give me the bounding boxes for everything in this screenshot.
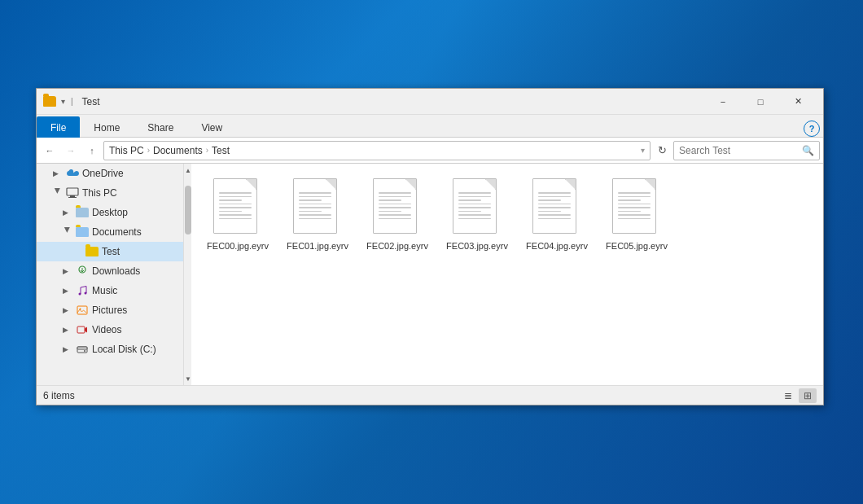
doc-lines: [618, 192, 651, 219]
window-title: Test: [82, 96, 704, 107]
maximize-button[interactable]: □: [742, 89, 779, 115]
doc-page-icon: [213, 178, 257, 234]
file-item[interactable]: FEC00.jpg.eyrv: [201, 173, 274, 256]
help-button[interactable]: ?: [804, 121, 820, 137]
onedrive-expand-arrow: ▶: [53, 169, 63, 177]
path-sep-1: ›: [147, 146, 150, 155]
sidebar-item-this-pc[interactable]: ▶ This PC: [37, 183, 183, 203]
tab-file[interactable]: File: [37, 116, 80, 138]
sidebar-item-desktop[interactable]: ▶ Desktop: [37, 203, 183, 222]
file-item[interactable]: FEC04.jpg.eyrv: [520, 173, 594, 256]
path-dropdown-icon[interactable]: ▾: [641, 146, 645, 155]
back-button[interactable]: ←: [40, 141, 59, 160]
doc-page-icon: [532, 178, 576, 234]
sidebar-item-pictures[interactable]: ▶ Pictures: [37, 300, 183, 320]
music-expand-arrow: ▶: [63, 287, 72, 295]
path-test[interactable]: Test: [212, 145, 230, 156]
file-name: FEC03.jpg.eyrv: [446, 240, 508, 252]
downloads-label: Downloads: [92, 265, 140, 277]
minimize-button[interactable]: −: [704, 89, 742, 115]
sidebar-item-music[interactable]: ▶ Music: [37, 281, 183, 300]
file-area: FEC00.jpg.eyrv FEC01.jpg.eyrv FEC02.jpg.…: [191, 164, 823, 385]
path-documents[interactable]: Documents: [153, 145, 203, 156]
sidebar-item-local-disk[interactable]: ▶ Local Disk (C:): [37, 340, 183, 359]
title-arrow-icon: ▾: [61, 97, 65, 106]
doc-lines: [538, 192, 571, 219]
local-disk-label: Local Disk (C:): [92, 344, 156, 355]
close-button[interactable]: ✕: [779, 89, 817, 115]
search-box[interactable]: 🔍: [673, 141, 820, 160]
doc-lines: [458, 192, 491, 219]
sidebar-item-videos[interactable]: ▶ Videos: [37, 320, 183, 340]
documents-icon: [76, 226, 89, 239]
files-grid: FEC00.jpg.eyrv FEC01.jpg.eyrv FEC02.jpg.…: [201, 173, 813, 256]
file-item[interactable]: FEC05.jpg.eyrv: [600, 173, 673, 256]
svg-point-4: [79, 293, 81, 296]
search-input[interactable]: [679, 145, 802, 156]
search-icon[interactable]: 🔍: [802, 145, 814, 156]
doc-lines: [299, 192, 331, 219]
sidebar-scrollbar[interactable]: ▲ ▼: [183, 164, 191, 385]
this-pc-expand-arrow: ▶: [54, 188, 62, 198]
scroll-thumb[interactable]: [185, 186, 191, 234]
test-folder-icon: [85, 245, 99, 258]
pictures-icon: [76, 304, 89, 317]
file-name: FEC01.jpg.eyrv: [287, 240, 348, 252]
downloads-icon: [76, 265, 89, 278]
scroll-down-button[interactable]: ▼: [184, 372, 192, 385]
svg-rect-10: [77, 347, 87, 349]
scroll-up-button[interactable]: ▲: [184, 164, 192, 177]
sidebar-item-downloads[interactable]: ▶ Downloads: [37, 261, 183, 281]
file-item[interactable]: FEC03.jpg.eyrv: [440, 173, 514, 256]
status-bar: 6 items ≣ ⊞: [37, 385, 823, 405]
doc-page-icon: [373, 178, 417, 234]
tab-view[interactable]: View: [187, 116, 236, 138]
desktop-icon: [76, 206, 89, 219]
title-icons: ▾ |: [43, 96, 76, 107]
doc-lines: [219, 192, 252, 219]
sidebar-item-test[interactable]: Test: [37, 242, 183, 261]
window-folder-icon: [43, 96, 56, 107]
item-count: 6 items: [43, 390, 779, 401]
address-bar: ← → ↑ This PC › Documents › Test ▾ ↻ 🔍: [37, 138, 823, 164]
window-controls: − □ ✕: [704, 89, 817, 115]
music-icon: [76, 284, 89, 297]
music-label: Music: [92, 285, 117, 296]
doc-page-icon: [612, 178, 656, 234]
videos-expand-arrow: ▶: [63, 326, 72, 334]
tab-share[interactable]: Share: [134, 116, 187, 138]
doc-lines: [379, 192, 411, 219]
up-button[interactable]: ↑: [82, 141, 102, 160]
pictures-label: Pictures: [92, 305, 127, 316]
sidebar: ▶ OneDrive ▶: [37, 164, 183, 385]
path-this-pc[interactable]: This PC: [109, 145, 144, 156]
this-pc-icon: [66, 186, 79, 199]
svg-point-11: [84, 350, 85, 352]
tab-home[interactable]: Home: [80, 116, 134, 138]
downloads-expand-arrow: ▶: [63, 267, 72, 275]
explorer-window: ▾ | Test − □ ✕ File Home Share View ? ← …: [36, 88, 824, 405]
documents-expand-arrow: ▶: [64, 227, 72, 237]
forward-button[interactable]: →: [61, 141, 81, 160]
file-name: FEC04.jpg.eyrv: [526, 240, 588, 252]
svg-rect-1: [70, 195, 75, 197]
file-item[interactable]: FEC02.jpg.eyrv: [361, 173, 434, 256]
ribbon-tabs: File Home Share View ?: [37, 115, 823, 138]
address-path[interactable]: This PC › Documents › Test ▾: [103, 141, 651, 160]
svg-rect-0: [67, 188, 78, 195]
doc-page-icon: [453, 178, 497, 234]
svg-rect-2: [68, 197, 77, 198]
file-icon: [213, 178, 262, 237]
doc-page-icon: [293, 178, 337, 234]
sidebar-item-documents[interactable]: ▶ Documents: [37, 222, 183, 242]
desktop-label: Desktop: [92, 207, 128, 218]
file-name: FEC02.jpg.eyrv: [366, 240, 428, 252]
sidebar-item-onedrive[interactable]: ▶ OneDrive: [37, 164, 183, 183]
view-controls: ≣ ⊞: [779, 388, 817, 403]
file-item[interactable]: FEC01.jpg.eyrv: [281, 173, 354, 256]
icons-view-button[interactable]: ⊞: [799, 388, 817, 403]
sidebar-container: ▶ OneDrive ▶: [37, 164, 191, 385]
refresh-button[interactable]: ↻: [652, 141, 672, 160]
local-disk-icon: [76, 343, 89, 356]
list-view-button[interactable]: ≣: [779, 388, 797, 403]
